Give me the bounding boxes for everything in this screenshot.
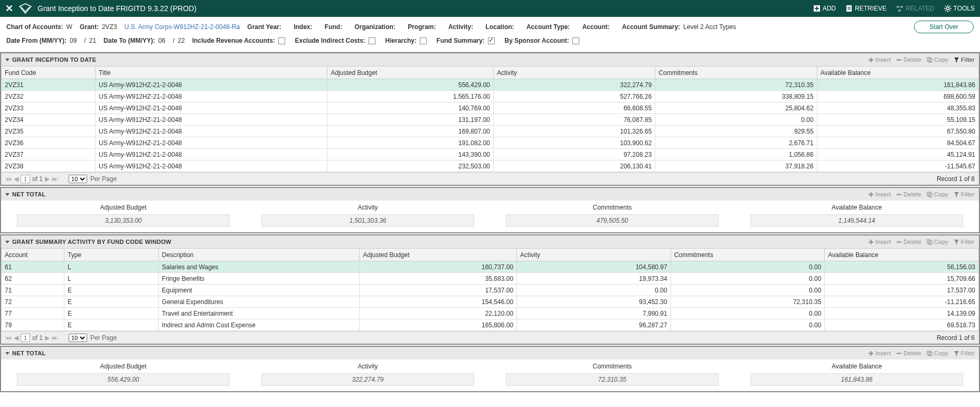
cell-desc[interactable]: Equipment xyxy=(158,285,360,296)
cell-avail[interactable]: 69,518.73 xyxy=(825,319,979,331)
table-row[interactable]: 79EIndirect and Admin Cost Expense165,80… xyxy=(2,319,979,331)
hierarchy-checkbox[interactable] xyxy=(420,37,427,44)
insert-button[interactable]: Insert xyxy=(868,239,891,245)
delete-button[interactable]: Delete xyxy=(896,191,921,197)
cell-account[interactable]: 79 xyxy=(2,319,64,331)
rows-select[interactable]: 10 xyxy=(69,175,87,183)
tools-button[interactable]: TOOLS xyxy=(944,5,975,12)
cell-activity[interactable]: 97,208.23 xyxy=(494,149,655,160)
cell-avail[interactable]: 15,709.66 xyxy=(825,273,979,285)
cell-activity[interactable]: 103,900.62 xyxy=(494,137,655,149)
cell-budget[interactable]: 556,429.00 xyxy=(327,79,494,91)
col-avail[interactable]: Available Balance xyxy=(817,67,978,79)
cell-activity[interactable]: 93,452.30 xyxy=(517,296,671,308)
cell-commit[interactable]: 1,056.86 xyxy=(655,149,817,160)
delete-button[interactable]: Delete xyxy=(896,350,921,356)
chevron-down-icon[interactable] xyxy=(5,241,10,243)
col-budget[interactable]: Adjusted Budget xyxy=(360,249,517,261)
page-input[interactable]: 1 xyxy=(21,334,30,342)
next-page-icon[interactable]: ▶ xyxy=(45,175,50,183)
exclude-indirect-checkbox[interactable] xyxy=(369,37,375,44)
add-button[interactable]: ADD xyxy=(813,5,836,12)
cell-title[interactable]: US Army-W912HZ-21-2-0048 xyxy=(96,160,327,172)
cell-commit[interactable]: 0.00 xyxy=(671,285,825,296)
cell-fund[interactable]: 2VZ31 xyxy=(2,79,96,91)
cell-desc[interactable]: Travel and Entertainment xyxy=(158,308,360,319)
filter-button[interactable]: Filter xyxy=(954,56,975,63)
fund-summary-checkbox[interactable] xyxy=(488,37,495,44)
cell-avail[interactable]: 45,124.91 xyxy=(817,149,978,160)
cell-avail[interactable]: 84,504.67 xyxy=(817,137,978,149)
cell-type[interactable]: E xyxy=(64,319,159,331)
cell-budget[interactable]: 143,390.00 xyxy=(327,149,494,160)
table-row[interactable]: 62LFringe Benefits35,683.0019,973.340.00… xyxy=(2,273,979,285)
copy-button[interactable]: Copy xyxy=(927,239,948,245)
col-account[interactable]: Account xyxy=(2,249,64,261)
start-over-button[interactable]: Start Over xyxy=(914,21,974,33)
cell-account[interactable]: 71 xyxy=(2,285,64,296)
cell-commit[interactable]: 72,310.35 xyxy=(671,296,825,308)
col-avail[interactable]: Available Balance xyxy=(825,249,979,261)
first-page-icon[interactable]: ⏮ xyxy=(5,334,12,342)
chevron-down-icon[interactable] xyxy=(5,59,10,61)
cell-fund[interactable]: 2VZ34 xyxy=(2,114,96,126)
col-activity[interactable]: Activity xyxy=(494,67,655,79)
insert-button[interactable]: Insert xyxy=(868,191,891,197)
cell-budget[interactable]: 1,565,176.00 xyxy=(327,91,494,102)
cell-desc[interactable]: Indirect and Admin Cost Expense xyxy=(158,319,360,331)
chevron-down-icon[interactable] xyxy=(5,193,10,196)
cell-budget[interactable]: 169,807.00 xyxy=(327,126,494,137)
prev-page-icon[interactable]: ◀ xyxy=(14,334,18,342)
cell-activity[interactable]: 101,326.65 xyxy=(494,126,655,137)
cell-budget[interactable]: 17,537.00 xyxy=(360,285,517,296)
col-commit[interactable]: Commitments xyxy=(671,249,825,261)
copy-button[interactable]: Copy xyxy=(927,191,948,197)
cell-activity[interactable]: 0.00 xyxy=(517,285,671,296)
cell-avail[interactable]: 67,550.80 xyxy=(817,126,978,137)
cell-title[interactable]: US Army-W912HZ-21-2-0048 xyxy=(96,79,327,91)
copy-button[interactable]: Copy xyxy=(927,56,948,63)
table-row[interactable]: 2VZ38US Army-W912HZ-21-2-0048232,503.002… xyxy=(2,160,979,172)
rows-select[interactable]: 10 xyxy=(69,334,87,342)
table-row[interactable]: 72EGeneral Expenditures154,546.0093,452.… xyxy=(2,296,979,308)
cell-commit[interactable]: 929.55 xyxy=(655,126,817,137)
cell-budget[interactable]: 140,769.00 xyxy=(327,102,494,114)
cell-fund[interactable]: 2VZ33 xyxy=(2,102,96,114)
cell-avail[interactable]: 14,139.09 xyxy=(825,308,979,319)
cell-budget[interactable]: 191,082.00 xyxy=(327,137,494,149)
col-fund[interactable]: Fund Code xyxy=(2,67,96,79)
col-budget[interactable]: Adjusted Budget xyxy=(327,67,494,79)
cell-title[interactable]: US Army-W912HZ-21-2-0048 xyxy=(96,91,327,102)
cell-desc[interactable]: General Expenditures xyxy=(158,296,360,308)
related-button[interactable]: RELATED xyxy=(896,5,934,12)
delete-button[interactable]: Delete xyxy=(896,56,921,63)
cell-type[interactable]: E xyxy=(64,296,159,308)
cell-desc[interactable]: Salaries and Wages xyxy=(158,261,360,273)
filter-button[interactable]: Filter xyxy=(954,350,975,356)
cell-commit[interactable]: 37,918.26 xyxy=(655,160,817,172)
cell-activity[interactable]: 76,087.85 xyxy=(494,114,655,126)
cell-type[interactable]: E xyxy=(64,308,159,319)
cell-fund[interactable]: 2VZ35 xyxy=(2,126,96,137)
cell-avail[interactable]: 55,109.15 xyxy=(817,114,978,126)
include-rev-checkbox[interactable] xyxy=(278,37,285,44)
cell-fund[interactable]: 2VZ32 xyxy=(2,91,96,102)
cell-commit[interactable]: 72,310.35 xyxy=(655,79,817,91)
cell-commit[interactable]: 0.00 xyxy=(671,261,825,273)
cell-budget[interactable]: 165,806.00 xyxy=(360,319,517,331)
cell-title[interactable]: US Army-W912HZ-21-2-0048 xyxy=(96,137,327,149)
copy-button[interactable]: Copy xyxy=(927,350,948,356)
cell-activity[interactable]: 7,980.91 xyxy=(517,308,671,319)
cell-avail[interactable]: -11,216.65 xyxy=(825,296,979,308)
cell-fund[interactable]: 2VZ36 xyxy=(2,137,96,149)
cell-activity[interactable]: 527,766.26 xyxy=(494,91,655,102)
by-sponsor-checkbox[interactable] xyxy=(572,37,579,44)
col-commit[interactable]: Commitments xyxy=(655,67,817,79)
cell-account[interactable]: 77 xyxy=(2,308,64,319)
cell-budget[interactable]: 22,120.00 xyxy=(360,308,517,319)
close-icon[interactable]: ✕ xyxy=(5,3,13,14)
table-row[interactable]: 2VZ35US Army-W912HZ-21-2-0048169,807.001… xyxy=(2,126,979,137)
cell-budget[interactable]: 35,683.00 xyxy=(360,273,517,285)
cell-title[interactable]: US Army-W912HZ-21-2-0048 xyxy=(96,102,327,114)
col-activity[interactable]: Activity xyxy=(517,249,671,261)
